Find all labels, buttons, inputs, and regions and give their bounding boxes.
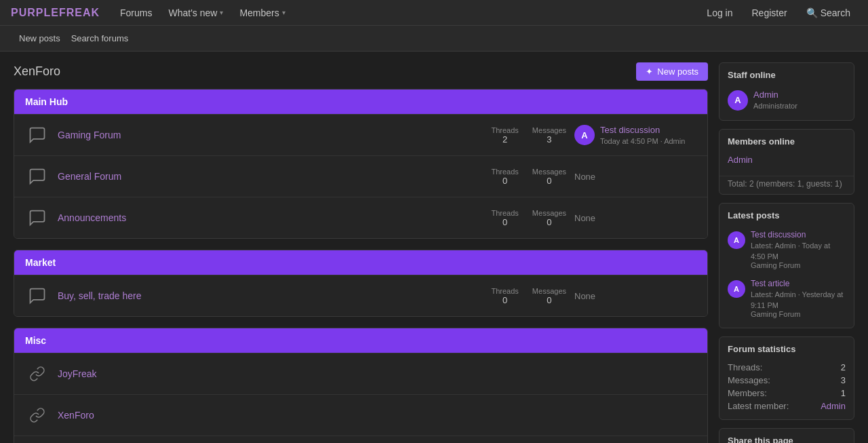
search-forums-link[interactable]: Search forums <box>66 33 134 43</box>
forum-name-gaming-forum[interactable]: Gaming Forum <box>58 130 484 140</box>
lp-sub-1: Gaming Forum <box>751 261 846 269</box>
total-text: Total: 2 (members: 1, guests: 1) <box>719 176 854 194</box>
latest-meta-gaming-forum: Today at 4:50 PM · Admin <box>600 137 685 145</box>
latest-title-gaming-forum[interactable]: Test discussion <box>600 125 696 135</box>
site-logo: PURPLEFREAK <box>11 7 100 19</box>
member-online-name[interactable]: Admin <box>728 153 846 166</box>
new-posts-button[interactable]: ✦ New posts <box>636 62 708 81</box>
login-button[interactable]: Log in <box>700 5 739 21</box>
whats-new-caret: ▾ <box>220 9 223 16</box>
link-row-joyfreak: JoyFreak <box>14 353 707 394</box>
lp-avatar-2: A <box>728 280 745 298</box>
nav-links: Forums What's new ▾ Members ▾ <box>113 0 700 26</box>
staff-info: Admin Administrator <box>753 90 846 111</box>
top-nav: PURPLEFREAK Forums What's new ▾ Members … <box>0 0 868 26</box>
forum-icon-gaming-forum <box>25 123 50 147</box>
staff-name[interactable]: Admin <box>753 90 846 100</box>
latest-member-link[interactable]: Admin <box>821 401 846 411</box>
lp-meta-1: Latest: Admin · Today at 4:50 PM <box>751 242 830 261</box>
forum-latest-announcements: None <box>574 213 696 223</box>
lp-avatar-1: A <box>728 231 745 249</box>
link-name-xenforo[interactable]: XenForo <box>58 410 94 421</box>
forum-latest-general-forum: None <box>574 172 696 182</box>
forum-stats-buy-sell: Threads0Messages0 <box>492 287 567 305</box>
members-online-title: Members online <box>719 130 854 151</box>
search-icon: 🔍 <box>806 7 818 18</box>
sub-nav: New posts Search forums <box>0 26 868 52</box>
latest-avatar-gaming-forum: A <box>574 125 595 145</box>
section-header-misc: Misc <box>14 328 707 353</box>
nav-whats-new[interactable]: What's new ▾ <box>161 0 230 26</box>
forum-section-misc: Misc JoyFreak XenForo Google <box>14 328 708 443</box>
forum-row-gaming-forum: Gaming ForumThreads2Messages3 A Test dis… <box>14 114 707 155</box>
lp-meta-2: Latest: Admin · Yesterday at 9:11 PM <box>751 290 843 309</box>
nav-forums[interactable]: Forums <box>113 0 159 26</box>
new-posts-nav-link[interactable]: New posts <box>14 33 66 43</box>
stat-members: Members: 1 <box>728 387 846 400</box>
share-card: Share this page f 𝕏 r/ P t w ✉ 🔗 <box>719 428 854 443</box>
forum-icon-general-forum <box>25 164 50 189</box>
forum-stats-content: Threads: 2 Messages: 3 Members: 1 Latest… <box>719 358 854 419</box>
page-title: XenForo <box>14 64 60 79</box>
forum-latest-gaming-forum: A Test discussion Today at 4:50 PM · Adm… <box>574 125 696 146</box>
search-button[interactable]: 🔍 Search <box>800 5 857 21</box>
latest-posts-content: A Test discussion Latest: Admin · Today … <box>719 225 854 328</box>
latest-none-announcements: None <box>574 213 595 223</box>
staff-avatar: A <box>728 90 748 111</box>
section-header-main-hub: Main Hub <box>14 90 707 114</box>
forum-section-market: Market Buy, sell, trade hereThreads0Mess… <box>14 250 708 317</box>
lp-title-2[interactable]: Test article <box>751 279 846 288</box>
forum-icon-announcements <box>25 206 50 230</box>
members-caret: ▾ <box>282 9 285 16</box>
latest-post-item-2: A Test article Latest: Admin · Yesterday… <box>728 276 846 321</box>
page-header: XenForo ✦ New posts <box>14 62 708 81</box>
sidebar: Staff online A Admin Administrator Membe… <box>719 62 854 443</box>
new-posts-icon: ✦ <box>646 66 653 77</box>
sections-container: Main Hub Gaming ForumThreads2Messages3 A… <box>14 89 708 443</box>
forum-stats-announcements: Threads0Messages0 <box>492 209 567 227</box>
link-icon-xenforo <box>25 403 50 427</box>
nav-members[interactable]: Members ▾ <box>233 0 292 26</box>
main-container: XenForo ✦ New posts Main Hub Gaming Foru… <box>0 52 868 443</box>
staff-online-content: A Admin Administrator <box>719 84 854 120</box>
forum-row-announcements: AnnouncementsThreads0Messages0None <box>14 197 707 238</box>
members-online-card: Members online Admin Total: 2 (members: … <box>719 129 854 195</box>
forum-name-buy-sell[interactable]: Buy, sell, trade here <box>58 290 484 301</box>
section-header-market: Market <box>14 250 707 275</box>
nav-right: Log in Register 🔍 Search <box>700 5 857 21</box>
latest-post-item-1: A Test discussion Latest: Admin · Today … <box>728 227 846 272</box>
link-row-xenforo: XenForo <box>14 394 707 436</box>
staff-online-card: Staff online A Admin Administrator <box>719 62 854 121</box>
latest-posts-card: Latest posts A Test discussion Latest: A… <box>719 203 854 328</box>
latest-none-buy-sell: None <box>574 291 595 301</box>
lp-info-2: Test article Latest: Admin · Yesterday a… <box>751 279 846 318</box>
share-title: Share this page <box>719 429 854 443</box>
forum-name-announcements[interactable]: Announcements <box>58 212 484 223</box>
lp-info-1: Test discussion Latest: Admin · Today at… <box>751 230 846 269</box>
forum-section-main-hub: Main Hub Gaming ForumThreads2Messages3 A… <box>14 89 708 239</box>
forum-stats-card: Forum statistics Threads: 2 Messages: 3 … <box>719 336 854 420</box>
forum-name-general-forum[interactable]: General Forum <box>58 171 484 182</box>
forum-stats-general-forum: Threads0Messages0 <box>492 168 567 186</box>
members-online-content: Admin <box>719 151 854 173</box>
latest-none-general-forum: None <box>574 172 595 182</box>
link-icon-joyfreak <box>25 362 50 386</box>
forum-icon-buy-sell <box>25 284 50 308</box>
forum-stats-gaming-forum: Threads2Messages3 <box>492 126 567 145</box>
lp-title-1[interactable]: Test discussion <box>751 230 846 239</box>
link-name-joyfreak[interactable]: JoyFreak <box>58 368 97 379</box>
forum-row-general-forum: General ForumThreads0Messages0None <box>14 155 707 197</box>
latest-posts-title: Latest posts <box>719 204 854 225</box>
forum-stats-title: Forum statistics <box>719 337 854 358</box>
forum-row-buy-sell: Buy, sell, trade hereThreads0Messages0No… <box>14 275 707 316</box>
stat-threads: Threads: 2 <box>728 361 846 374</box>
register-button[interactable]: Register <box>745 5 794 21</box>
forum-latest-buy-sell: None <box>574 291 696 301</box>
staff-online-title: Staff online <box>719 63 854 84</box>
stat-messages: Messages: 3 <box>728 374 846 387</box>
content-area: XenForo ✦ New posts Main Hub Gaming Foru… <box>14 62 708 443</box>
lp-sub-2: Gaming Forum <box>751 310 846 318</box>
staff-role: Administrator <box>753 102 797 110</box>
link-row-google: Google <box>14 436 707 443</box>
stat-latest-member: Latest member: Admin <box>728 400 846 412</box>
